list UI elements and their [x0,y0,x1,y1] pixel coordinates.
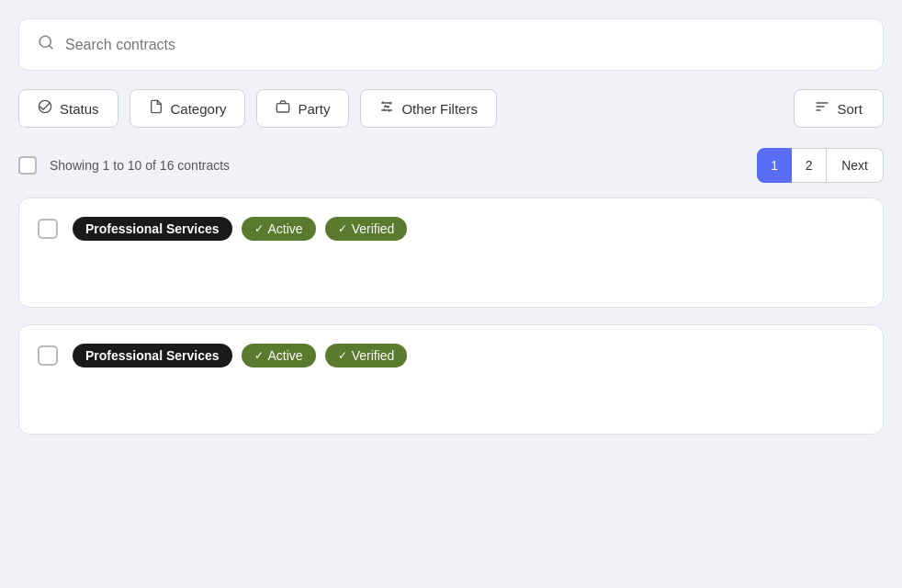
category-tag-1: Professional Services [73,217,232,241]
status-icon [38,99,52,118]
verified-tag-1: ✓ Verified [325,217,408,241]
sort-icon [815,99,829,118]
svg-line-1 [49,45,51,48]
status-tag-1: ✓ Active [242,217,316,241]
card-tags-1: Professional Services ✓ Active ✓ Verifie… [73,217,864,241]
search-input[interactable] [65,37,864,53]
other-filters-icon [379,99,394,118]
filters-row: Status Category Party [18,89,884,128]
pagination-row: Showing 1 to 10 of 16 contracts 1 2 Next [18,148,884,183]
card-tags-2: Professional Services ✓ Active ✓ Verifie… [73,344,864,368]
status-tag-2: ✓ Active [242,344,316,368]
card-content-2: Professional Services ✓ Active ✓ Verifie… [73,344,864,368]
other-filters-button[interactable]: Other Filters [360,89,497,128]
status-filter-button[interactable]: Status [18,89,118,128]
search-icon [38,34,54,55]
showing-text: Showing 1 to 10 of 16 contracts [50,158,757,173]
next-page-button[interactable]: Next [827,148,884,183]
verified-check-icon-2: ✓ [338,349,347,362]
category-icon [149,99,163,118]
verified-check-icon-1: ✓ [338,222,347,235]
contract-card: Professional Services ✓ Active ✓ Verifie… [18,198,884,308]
page-1-button[interactable]: 1 [757,148,792,183]
party-filter-label: Party [298,101,330,117]
active-check-icon-1: ✓ [254,222,264,235]
search-bar [18,18,884,71]
verified-tag-2: ✓ Verified [325,344,408,368]
other-filters-label: Other Filters [401,101,478,117]
contract-checkbox-2[interactable] [38,345,58,366]
contract-card-2: Professional Services ✓ Active ✓ Verifie… [18,324,884,435]
category-filter-button[interactable]: Category [130,89,246,128]
select-all-checkbox[interactable] [18,156,37,175]
svg-rect-3 [277,104,289,112]
sort-button[interactable]: Sort [794,89,884,128]
card-content-1: Professional Services ✓ Active ✓ Verifie… [73,217,864,241]
active-check-icon-2: ✓ [254,349,264,362]
pagination-controls: 1 2 Next [757,148,884,183]
page-2-button[interactable]: 2 [792,148,827,183]
party-icon [276,99,290,118]
category-tag-2: Professional Services [73,344,232,368]
party-filter-button[interactable]: Party [256,89,349,128]
status-filter-label: Status [60,101,99,117]
category-filter-label: Category [171,101,227,117]
contract-checkbox-1[interactable] [38,219,58,239]
sort-label: Sort [837,101,863,117]
